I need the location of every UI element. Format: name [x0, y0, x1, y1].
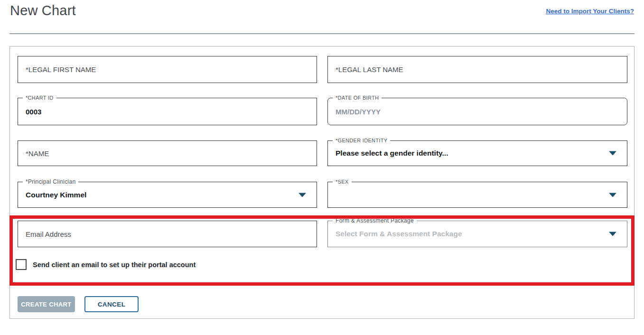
form-assessment-package-placeholder: Select Form & Assessment Package: [336, 230, 462, 238]
chart-id-input[interactable]: [18, 98, 317, 125]
legal-first-name-field: [18, 56, 317, 83]
chevron-down-icon: [299, 193, 306, 197]
email-address-field: [18, 221, 317, 247]
page-title: New Chart: [10, 3, 76, 19]
legal-first-name-input[interactable]: [18, 56, 317, 83]
cancel-button[interactable]: CANCEL: [84, 296, 139, 312]
principal-clinician-select[interactable]: *Principal Clinician Courtney Kimmel: [18, 182, 317, 208]
gender-identity-label: *GENDER IDENTITY: [333, 137, 390, 144]
form-actions: CREATE CHART CANCEL: [18, 296, 139, 312]
import-clients-link[interactable]: Need to Import Your Clients?: [546, 8, 634, 15]
date-of-birth-field: *DATE OF BIRTH: [327, 98, 627, 125]
portal-email-checkbox[interactable]: [16, 259, 27, 270]
sex-label: *SEX: [333, 178, 352, 185]
legal-last-name-field: [327, 56, 627, 83]
chevron-down-icon: [609, 232, 616, 236]
create-chart-button[interactable]: CREATE CHART: [18, 296, 75, 312]
portal-email-checkbox-label: Send client an email to set up their por…: [33, 261, 196, 269]
chart-id-field: *CHART ID: [18, 98, 317, 125]
date-of-birth-input[interactable]: [328, 98, 627, 125]
name-field: [18, 140, 317, 166]
new-chart-form-panel: *CHART ID *DATE OF BIRTH *GENDER IDENTIT…: [9, 46, 635, 319]
portal-email-checkbox-row: Send client an email to set up their por…: [16, 259, 196, 270]
gender-identity-value: Please select a gender identity...: [336, 149, 448, 158]
form-assessment-package-label: Form & Assessment Package: [333, 217, 417, 224]
header-divider: [9, 33, 635, 34]
sex-select[interactable]: *SEX: [327, 182, 627, 208]
legal-last-name-input[interactable]: [328, 56, 627, 83]
principal-clinician-value: Courtney Kimmel: [26, 191, 86, 199]
form-assessment-package-select[interactable]: Form & Assessment Package Select Form & …: [327, 221, 627, 247]
name-input[interactable]: [18, 141, 317, 166]
chevron-down-icon: [609, 193, 616, 197]
email-address-input[interactable]: [18, 221, 317, 247]
principal-clinician-label: *Principal Clinician: [23, 178, 78, 185]
gender-identity-select[interactable]: *GENDER IDENTITY Please select a gender …: [327, 140, 627, 166]
chevron-down-icon: [609, 151, 616, 156]
